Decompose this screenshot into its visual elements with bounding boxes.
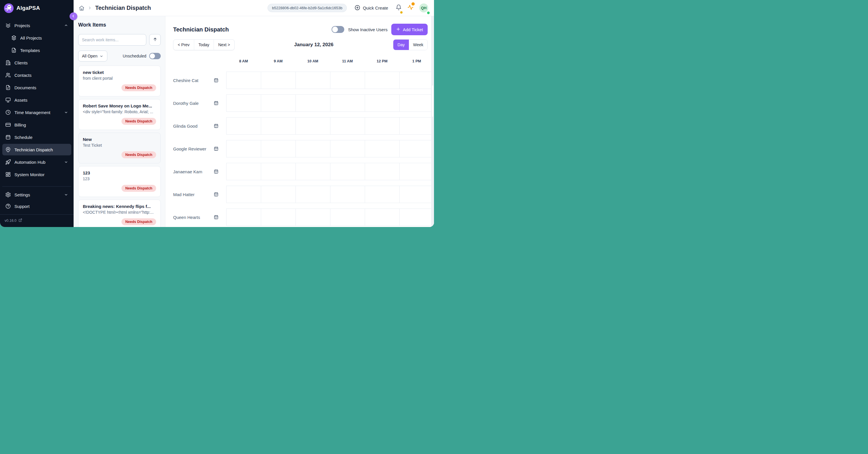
- technician-calendar-button[interactable]: [214, 78, 219, 83]
- technician-name: Queen Hearts: [173, 215, 200, 220]
- sidebar-item-contacts[interactable]: Contacts: [2, 69, 71, 81]
- schedule-grid-row[interactable]: [226, 140, 434, 158]
- sidebar-item-technician-dispatch[interactable]: Technician Dispatch: [2, 144, 71, 155]
- technician-cell: Janaenae Kam: [173, 163, 226, 180]
- technician-calendar-button[interactable]: [214, 123, 219, 129]
- activity-alert-dot: [411, 2, 415, 5]
- sidebar-item-billing[interactable]: Billing: [2, 119, 71, 131]
- prev-button[interactable]: < Prev: [174, 39, 194, 50]
- map-pin-icon: [5, 147, 11, 152]
- schedule-grid-row[interactable]: [226, 94, 434, 112]
- technician-name: Dorothy Gale: [173, 101, 198, 106]
- status-filter-dropdown[interactable]: All Open: [78, 51, 107, 61]
- sidebar-collapse-button[interactable]: [69, 12, 78, 20]
- clock-icon: [5, 110, 11, 115]
- dashboard-icon: [5, 172, 11, 177]
- notifications-button[interactable]: [396, 4, 402, 11]
- dispatch-title: Technician Dispatch: [173, 26, 229, 33]
- quick-create-button[interactable]: Quick Create: [352, 4, 390, 12]
- work-item-card[interactable]: Breaking news: Kennedy flips f...<!DOCTY…: [78, 200, 161, 227]
- session-id-badge: b5228806-db02-46fe-b2d9-5a1c6dc1653b: [268, 4, 347, 12]
- version-row: v0.16.0: [0, 214, 73, 227]
- work-item-card[interactable]: NewTest TicketNeeds Dispatch: [78, 133, 161, 164]
- current-date-label: January 12, 2026: [235, 42, 393, 48]
- technician-calendar-button[interactable]: [214, 215, 219, 220]
- technician-name: Glinda Good: [173, 123, 197, 129]
- plus-circle-icon: [354, 5, 361, 11]
- version-label: v0.16.0: [5, 219, 17, 223]
- week-view-button[interactable]: Week: [409, 39, 427, 50]
- work-item-card[interactable]: new ticketfrom client portalNeeds Dispat…: [78, 65, 161, 96]
- sidebar-item-clients[interactable]: Clients: [2, 57, 71, 68]
- today-button[interactable]: Today: [194, 39, 214, 50]
- sidebar-item-assets[interactable]: Assets: [2, 94, 71, 106]
- technician-calendar-button[interactable]: [214, 101, 219, 106]
- unscheduled-toggle[interactable]: [149, 53, 161, 59]
- technician-name: Mad Hatter: [173, 192, 194, 197]
- sort-button[interactable]: [149, 34, 161, 46]
- work-items-panel: Work Items All Open Unscheduled: [73, 16, 165, 227]
- day-view-button[interactable]: Day: [393, 39, 409, 50]
- technician-name: Cheshire Cat: [173, 78, 198, 83]
- schedule-grid-row[interactable]: [226, 186, 434, 203]
- work-item-badge-row: Needs Dispatch: [83, 151, 156, 158]
- sidebar-nav: ProjectsAll ProjectsTemplatesClientsCont…: [0, 16, 73, 184]
- work-item-subtitle: <!DOCTYPE html><html xmlns="http:...: [83, 210, 156, 215]
- building-icon: [5, 60, 11, 65]
- sidebar-item-time-management[interactable]: Time Management: [2, 107, 71, 118]
- sidebar-item-label: All Projects: [20, 35, 68, 40]
- scrollbar-thumb[interactable]: [431, 85, 434, 117]
- work-item-card[interactable]: Robert Save Money on Logo Me...<div styl…: [78, 99, 161, 130]
- sidebar-item-label: Clients: [14, 60, 68, 65]
- sidebar-item-templates[interactable]: Templates: [2, 45, 71, 56]
- activity-button[interactable]: [407, 4, 413, 11]
- schedule-grid-row[interactable]: [226, 117, 434, 135]
- technician-calendar-button[interactable]: [214, 192, 219, 197]
- notification-dot: [400, 11, 403, 13]
- technician-name: Janaenae Kam: [173, 169, 202, 174]
- sidebar-item-automation-hub[interactable]: Automation Hub: [2, 156, 71, 168]
- layers-icon: [5, 23, 11, 28]
- vertical-scrollbar[interactable]: [431, 16, 434, 227]
- next-button[interactable]: Next >: [214, 39, 234, 50]
- content: Work Items All Open Unscheduled: [73, 16, 434, 227]
- schedule-grid-row[interactable]: [226, 208, 434, 226]
- work-item-card[interactable]: 123123Needs Dispatch: [78, 166, 161, 197]
- sidebar-item-documents[interactable]: Documents: [2, 82, 71, 93]
- show-inactive-toggle[interactable]: [332, 26, 344, 33]
- sidebar-item-schedule[interactable]: Schedule: [2, 132, 71, 143]
- unscheduled-label: Unscheduled: [123, 54, 146, 58]
- sidebar-item-support[interactable]: Support: [2, 200, 71, 212]
- help-circle-icon: [5, 203, 11, 209]
- user-menu[interactable]: QH: [419, 3, 428, 12]
- sidebar-item-label: Assets: [14, 97, 68, 103]
- view-toggle-group: Day Week: [393, 39, 428, 50]
- home-icon[interactable]: [79, 5, 85, 11]
- sidebar-item-system-monitor[interactable]: System Monitor: [2, 169, 71, 180]
- avatar[interactable]: QH: [419, 3, 428, 12]
- schedule-grid-row[interactable]: [226, 163, 434, 180]
- technician-row: Glinda Good: [173, 117, 434, 135]
- technician-cell: Cheshire Cat: [173, 72, 226, 89]
- monitor-icon: [5, 97, 11, 103]
- arrow-up-icon: [153, 37, 158, 43]
- add-ticket-button[interactable]: Add Ticket: [391, 24, 428, 35]
- technician-row: Google Reviewer: [173, 140, 434, 158]
- technician-rows: Cheshire CatDorothy GaleGlinda GoodGoogl…: [173, 72, 434, 226]
- technician-calendar-button[interactable]: [214, 146, 219, 151]
- bell-icon: [396, 4, 402, 11]
- sidebar-item-settings[interactable]: Settings: [2, 189, 71, 200]
- external-link-icon[interactable]: [19, 218, 22, 223]
- search-input[interactable]: [78, 34, 146, 46]
- work-items-filter-row: All Open Unscheduled: [78, 51, 161, 61]
- sidebar-item-label: Documents: [14, 85, 68, 90]
- status-badge: Needs Dispatch: [122, 118, 156, 125]
- sidebar-item-all-projects[interactable]: All Projects: [2, 32, 71, 44]
- technician-cell: Mad Hatter: [173, 186, 226, 203]
- dispatch-header-actions: Show Inactive Users Add Ticket: [332, 24, 428, 35]
- schedule-grid-row[interactable]: [226, 72, 434, 89]
- sidebar-item-projects[interactable]: Projects: [2, 20, 71, 31]
- sidebar-item-label: Time Management: [14, 110, 60, 115]
- stack-icon: [11, 35, 17, 41]
- technician-calendar-button[interactable]: [214, 169, 219, 174]
